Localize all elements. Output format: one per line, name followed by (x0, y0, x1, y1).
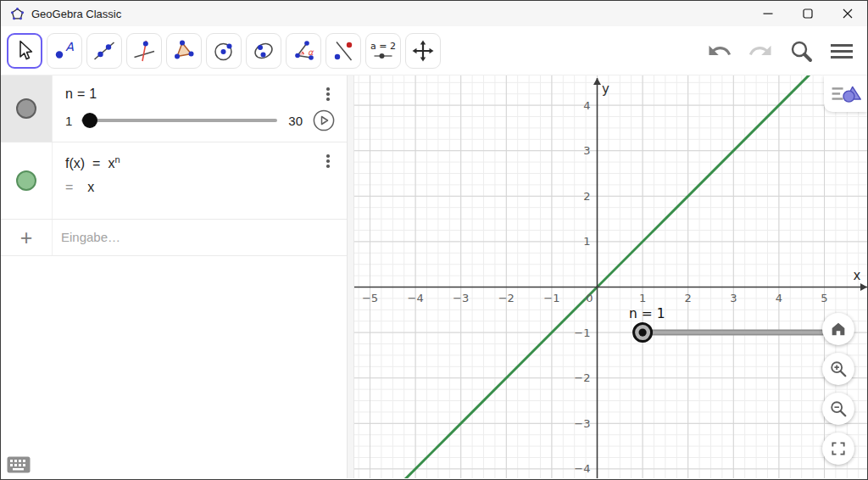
tool-reflect-button[interactable] (326, 33, 361, 69)
graphics-settings-button[interactable] (824, 75, 867, 112)
tool-point-button[interactable]: A (47, 33, 82, 69)
graphics-settings-icon (830, 81, 862, 107)
slider-track[interactable] (81, 113, 277, 128)
hamburger-menu-icon (828, 37, 855, 64)
add-input-cell: + (1, 220, 53, 255)
geogebra-logo-icon (9, 6, 25, 21)
function-row-content: f(x)=xn =x (53, 142, 347, 219)
panel-resize-handle[interactable] (347, 75, 354, 478)
x-axis-label: x (854, 268, 861, 283)
y-axis-label: y (602, 81, 609, 97)
x-tick-label: −3 (453, 292, 469, 304)
slider-icon: a = 2 (370, 38, 396, 64)
search-icon (787, 37, 815, 64)
svg-text:A: A (65, 40, 74, 53)
function-evaluated: =x (53, 171, 347, 195)
menu-button[interactable] (828, 37, 855, 64)
plus-icon: + (20, 227, 33, 248)
virtual-keyboard-button[interactable] (7, 456, 31, 473)
zoom-in-button[interactable] (822, 353, 854, 385)
maximize-button[interactable] (787, 1, 827, 26)
fullscreen-icon (830, 440, 847, 457)
algebra-input-row[interactable]: + Eingabe… (1, 220, 347, 256)
y-tick-label: 2 (583, 190, 590, 203)
tool-polygon-button[interactable] (166, 33, 202, 69)
algebra-input-field[interactable]: Eingabe… (53, 220, 347, 254)
svg-text:a = 2: a = 2 (370, 41, 396, 52)
four-arrows-icon (410, 38, 436, 64)
object-visibility-cell (1, 142, 53, 219)
x-tick-label: 1 (639, 292, 646, 304)
crossing-lines-icon (131, 38, 157, 64)
x-tick-label: 5 (821, 292, 827, 304)
row-options-menu[interactable] (326, 87, 330, 101)
triangle-icon (171, 38, 197, 64)
main-area: n = 1 1 30 (1, 75, 867, 478)
search-button[interactable] (787, 37, 815, 64)
x-tick-label: 3 (730, 292, 737, 304)
home-icon (829, 320, 848, 338)
tool-angle-button[interactable]: α (286, 33, 321, 69)
app-window: GeoGebra Classic A (0, 0, 868, 480)
tool-slider-button[interactable]: a = 2 (365, 33, 401, 69)
fullscreen-button[interactable] (822, 433, 854, 465)
circle-center-icon (211, 38, 236, 64)
reflect-icon (331, 38, 356, 64)
undo-button[interactable] (706, 37, 733, 64)
x-tick-label: −2 (498, 292, 515, 304)
x-tick-label: 2 (685, 292, 692, 304)
slider-row-content: n = 1 1 30 (53, 75, 347, 142)
tool-line-button[interactable] (86, 33, 122, 69)
svg-text:α: α (308, 47, 314, 56)
graph-canvas[interactable]: xy−5−4−3−2−1012345−4−3−2−11234n = 1 (354, 75, 867, 478)
slider-min-label: 1 (65, 114, 72, 128)
tool-circle-button[interactable] (206, 33, 242, 69)
keyboard-icon (7, 456, 31, 473)
minimize-button[interactable] (748, 1, 787, 26)
line-two-points-icon (92, 38, 117, 64)
algebra-row-function-f[interactable]: f(x)=xn =x (1, 142, 347, 220)
window-title: GeoGebra Classic (31, 8, 121, 20)
graphics-view[interactable]: xy−5−4−3−2−1012345−4−3−2−11234n = 1 (354, 75, 867, 478)
x-tick-label: −5 (362, 292, 378, 304)
play-animation-button[interactable] (313, 109, 335, 131)
y-tick-label: 4 (583, 99, 590, 112)
y-tick-label: −2 (574, 371, 590, 384)
visibility-toggle-f[interactable] (16, 170, 36, 191)
x-tick-label: 4 (776, 292, 782, 304)
toolbar: A (1, 26, 867, 75)
play-icon (313, 109, 335, 131)
x-tick-label: −4 (408, 292, 424, 304)
slider-max-label: 30 (288, 114, 303, 128)
slider-definition: n = 1 (53, 75, 347, 102)
object-visibility-cell (1, 75, 53, 142)
point-label-icon: A (52, 38, 77, 64)
algebra-row-slider-n[interactable]: n = 1 1 30 (1, 75, 347, 142)
close-button[interactable] (827, 1, 867, 26)
zoom-out-button[interactable] (822, 393, 854, 425)
undo-icon (707, 38, 732, 64)
y-tick-label: −3 (574, 417, 590, 430)
zoom-in-icon (829, 360, 848, 378)
row-options-menu[interactable] (326, 154, 330, 168)
ellipse-icon (251, 38, 276, 64)
zoom-out-icon (829, 399, 848, 418)
slider-thumb[interactable] (82, 113, 97, 128)
graph-slider-label: n = 1 (629, 306, 665, 321)
x-tick-label: 0 (586, 292, 593, 304)
title-bar: GeoGebra Classic (1, 1, 867, 26)
window-controls (748, 1, 867, 26)
minimize-icon (763, 8, 773, 19)
home-button[interactable] (822, 313, 854, 345)
y-tick-label: −4 (574, 462, 590, 475)
angle-alpha-icon: α (291, 38, 316, 64)
tool-ellipse-button[interactable] (246, 33, 281, 69)
tool-perpendicular-line-button[interactable] (126, 33, 162, 69)
y-tick-label: 1 (583, 235, 590, 248)
visibility-toggle-n[interactable] (16, 98, 36, 119)
function-definition: f(x)=xn (53, 142, 347, 171)
tool-move-view-button[interactable] (405, 33, 441, 69)
tool-move-button[interactable] (7, 33, 42, 69)
redo-button[interactable] (747, 37, 774, 64)
x-tick-label: −1 (543, 292, 559, 304)
